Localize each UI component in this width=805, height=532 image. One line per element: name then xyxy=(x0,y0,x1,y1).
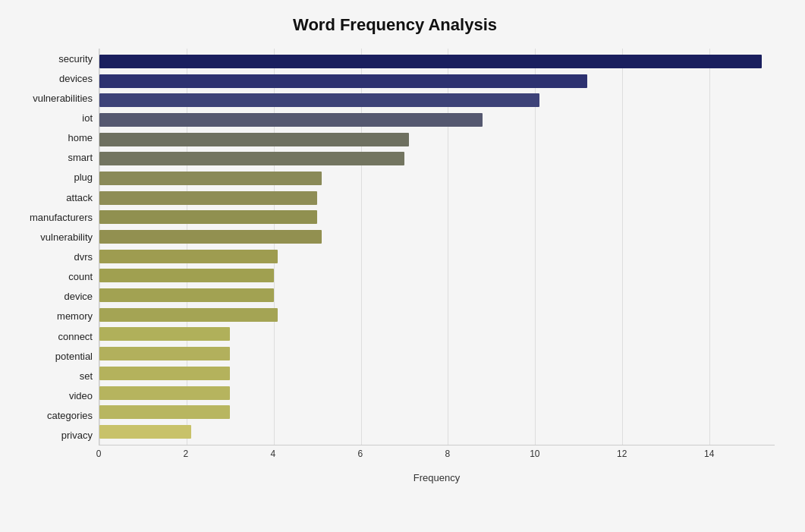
y-label: security xyxy=(58,51,93,66)
y-label: devices xyxy=(59,71,93,86)
bar-row xyxy=(99,74,775,89)
bar-row xyxy=(99,151,775,166)
bar xyxy=(99,55,762,68)
bar-row xyxy=(99,171,775,186)
bar xyxy=(99,230,322,244)
bar-row xyxy=(99,268,775,283)
bar-row xyxy=(99,326,775,342)
bar xyxy=(99,405,230,419)
bar xyxy=(99,327,230,341)
bar-row xyxy=(99,366,775,381)
y-label: smart xyxy=(68,150,93,165)
x-tick: 6 xyxy=(358,449,363,459)
bar xyxy=(99,210,317,224)
y-label: device xyxy=(64,289,93,304)
y-label: dvrs xyxy=(74,249,93,264)
bar xyxy=(99,152,404,165)
bar-row xyxy=(99,307,775,323)
bar-row xyxy=(99,249,775,264)
y-label: vulnerability xyxy=(40,229,93,244)
bar xyxy=(99,288,274,302)
y-label: attack xyxy=(66,190,93,205)
bar xyxy=(99,269,274,282)
y-label: set xyxy=(80,368,93,383)
y-label: count xyxy=(68,269,93,285)
bar-row xyxy=(99,229,775,244)
bar-row xyxy=(99,209,775,225)
bar xyxy=(99,308,278,322)
bar xyxy=(99,250,278,263)
chart-title: Word Frequency Analysis xyxy=(15,15,775,35)
bars-area xyxy=(99,49,775,445)
x-tick: 0 xyxy=(96,449,102,459)
bar xyxy=(99,172,322,185)
x-tick: 12 xyxy=(617,449,627,459)
bar xyxy=(99,425,191,439)
x-tick: 8 xyxy=(445,449,451,459)
bar-row xyxy=(99,93,775,108)
x-tick: 2 xyxy=(184,449,189,459)
bar-row xyxy=(99,424,775,439)
y-label: vulnerabilities xyxy=(33,90,93,105)
y-label: plug xyxy=(74,170,93,185)
bar-row xyxy=(99,405,775,420)
y-axis: securitydevicesvulnerabilitiesiothomesma… xyxy=(15,49,99,467)
x-tick: 10 xyxy=(530,449,539,459)
bar xyxy=(99,93,539,107)
bar-rows xyxy=(99,49,775,445)
bar-row xyxy=(99,54,775,69)
y-label: manufacturers xyxy=(30,209,93,225)
bar-row xyxy=(99,190,775,206)
x-axis: 02468101214 Frequency xyxy=(99,445,775,467)
bar-row xyxy=(99,112,775,127)
chart-container: Word Frequency Analysis securitydevicesv… xyxy=(0,0,805,532)
bar-row xyxy=(99,386,775,401)
y-label: video xyxy=(69,388,93,403)
y-label: home xyxy=(68,131,93,146)
bar xyxy=(99,191,317,205)
y-label: potential xyxy=(55,348,93,364)
y-label: categories xyxy=(47,408,93,423)
bar xyxy=(99,74,587,88)
x-axis-label: Frequency xyxy=(99,472,775,483)
bar-row xyxy=(99,346,775,361)
x-tick: 4 xyxy=(271,449,276,459)
y-label: memory xyxy=(57,309,93,324)
chart-area: securitydevicesvulnerabilitiesiothomesma… xyxy=(15,49,775,467)
bar xyxy=(99,367,230,380)
bar xyxy=(99,133,409,146)
y-label: connect xyxy=(58,329,93,344)
bar xyxy=(99,113,483,127)
bar-row xyxy=(99,132,775,147)
bar xyxy=(99,386,230,400)
y-label: privacy xyxy=(61,428,93,443)
bars-and-x: 02468101214 Frequency xyxy=(99,49,775,467)
x-tick: 14 xyxy=(704,449,714,459)
y-label: iot xyxy=(82,110,93,125)
bar xyxy=(99,347,230,360)
bar-row xyxy=(99,288,775,303)
